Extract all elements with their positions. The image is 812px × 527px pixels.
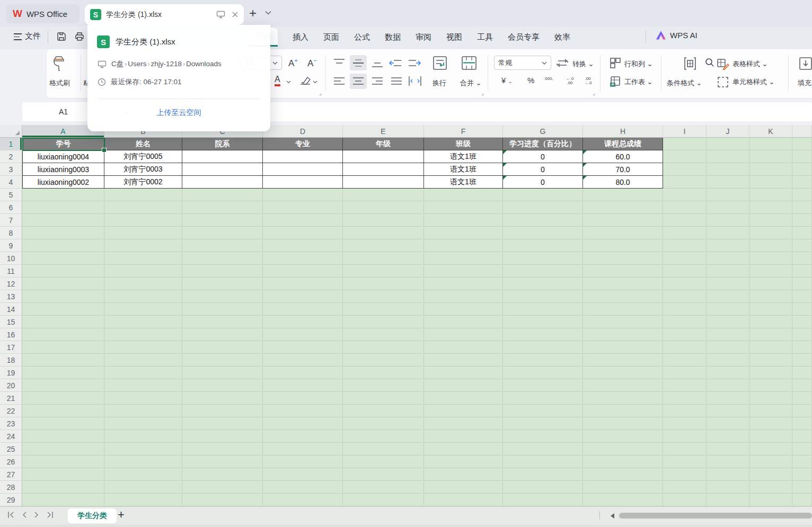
cell-G15[interactable] — [503, 316, 583, 328]
cell-E1[interactable]: 年级 — [343, 138, 424, 150]
cell-H26[interactable] — [583, 455, 663, 468]
cell-K3[interactable] — [749, 163, 792, 176]
cell-J15[interactable] — [707, 316, 749, 328]
increase-font-icon[interactable]: A+ — [288, 57, 298, 69]
cell-H21[interactable] — [583, 392, 663, 405]
cell-B6[interactable] — [104, 201, 182, 214]
cell-I12[interactable] — [663, 278, 707, 290]
cell-G20[interactable] — [503, 379, 583, 392]
menu-tab-8[interactable]: 会员专享 — [508, 32, 540, 42]
cell-I25[interactable] — [663, 443, 707, 455]
cell-A5[interactable] — [22, 189, 104, 201]
cell-F4[interactable]: 语文1班 — [424, 176, 503, 189]
decrease-font-icon[interactable]: A− — [307, 57, 317, 69]
cell-K6[interactable] — [749, 201, 792, 214]
row-header-7[interactable]: 7 — [0, 214, 22, 227]
cell-E22[interactable] — [343, 405, 424, 417]
cell-J27[interactable] — [707, 468, 749, 481]
cell-D5[interactable] — [263, 189, 343, 201]
cell-F15[interactable] — [424, 316, 503, 328]
cell-X27[interactable] — [792, 468, 812, 481]
cell-G22[interactable] — [503, 405, 583, 417]
cell-C10[interactable] — [182, 252, 263, 265]
cell-B1[interactable]: 姓名 — [104, 138, 182, 150]
row-header-22[interactable]: 22 — [0, 405, 22, 417]
cell-H24[interactable] — [583, 430, 663, 443]
cell-E15[interactable] — [343, 316, 424, 328]
conditional-format-icon[interactable] — [683, 56, 698, 71]
cell-G11[interactable] — [503, 265, 583, 278]
cell-D27[interactable] — [263, 468, 343, 481]
cell-F17[interactable] — [424, 341, 503, 354]
new-tab-button[interactable]: + — [249, 7, 257, 20]
cell-I3[interactable] — [663, 163, 707, 176]
row-header-27[interactable]: 27 — [0, 468, 22, 481]
cell-I27[interactable] — [663, 468, 707, 481]
format-painter-label[interactable]: 格式刷 — [49, 78, 70, 88]
cell-D6[interactable] — [263, 201, 343, 214]
cell-E5[interactable] — [343, 189, 424, 201]
cell-E7[interactable] — [343, 214, 424, 227]
row-header-1[interactable]: 1 — [0, 138, 22, 150]
search-icon[interactable] — [705, 58, 714, 67]
cell-K21[interactable] — [749, 392, 792, 405]
cell-E6[interactable] — [343, 201, 424, 214]
cell-A25[interactable] — [22, 443, 104, 455]
cell-K14[interactable] — [749, 303, 792, 316]
cell-X20[interactable] — [792, 379, 812, 392]
row-header-16[interactable]: 16 — [0, 328, 22, 341]
cell-E4[interactable] — [343, 176, 424, 189]
cell-C23[interactable] — [182, 417, 263, 430]
cell-B21[interactable] — [104, 392, 182, 405]
row-header-2[interactable]: 2 — [0, 150, 22, 163]
row-header-13[interactable]: 13 — [0, 290, 22, 303]
cell-B14[interactable] — [104, 303, 182, 316]
cell-H25[interactable] — [583, 443, 663, 455]
cell-F24[interactable] — [424, 430, 503, 443]
cell-B3[interactable]: 刘宵宁0003 — [104, 163, 182, 176]
cell-E12[interactable] — [343, 278, 424, 290]
wps-ai-button[interactable]: WPS AI — [656, 31, 698, 40]
cell-X18[interactable] — [792, 354, 812, 367]
row-header-9[interactable]: 9 — [0, 239, 22, 252]
cell-K13[interactable] — [749, 290, 792, 303]
cell-A13[interactable] — [22, 290, 104, 303]
cell-C13[interactable] — [182, 290, 263, 303]
column-header-J[interactable]: J — [707, 125, 749, 138]
cell-C1[interactable]: 院系 — [182, 138, 263, 150]
cell-J23[interactable] — [707, 417, 749, 430]
cell-J10[interactable] — [707, 252, 749, 265]
cell-I21[interactable] — [663, 392, 707, 405]
cell-style-label[interactable]: 单元格样式 ⌄ — [732, 77, 775, 87]
cell-I22[interactable] — [663, 405, 707, 417]
row-header-17[interactable]: 17 — [0, 341, 22, 354]
cell-K5[interactable] — [749, 189, 792, 201]
cell-G26[interactable] — [503, 455, 583, 468]
cell-I24[interactable] — [663, 430, 707, 443]
percent-icon[interactable]: % — [527, 76, 534, 85]
cell-I17[interactable] — [663, 341, 707, 354]
cell-G8[interactable] — [503, 227, 583, 239]
cell-E21[interactable] — [343, 392, 424, 405]
cell-B7[interactable] — [104, 214, 182, 227]
cell-H19[interactable] — [583, 367, 663, 379]
cell-B4[interactable]: 刘宵宁0002 — [104, 176, 182, 189]
cell-J1[interactable] — [707, 138, 749, 150]
cell-X25[interactable] — [792, 443, 812, 455]
cell-A7[interactable] — [22, 214, 104, 227]
cell-F27[interactable] — [424, 468, 503, 481]
cell-E10[interactable] — [343, 252, 424, 265]
cell-B2[interactable]: 刘宵宁0005 — [104, 150, 182, 163]
cell-X13[interactable] — [792, 290, 812, 303]
cell-X15[interactable] — [792, 316, 812, 328]
cell-E18[interactable] — [343, 354, 424, 367]
cell-C12[interactable] — [182, 278, 263, 290]
print-icon[interactable] — [74, 31, 85, 42]
cell-E17[interactable] — [343, 341, 424, 354]
cell-G10[interactable] — [503, 252, 583, 265]
column-header-K[interactable]: K — [749, 125, 792, 138]
cell-E8[interactable] — [343, 227, 424, 239]
cell-B5[interactable] — [104, 189, 182, 201]
distributed-align-icon[interactable] — [408, 76, 422, 86]
cell-C29[interactable] — [182, 494, 263, 506]
